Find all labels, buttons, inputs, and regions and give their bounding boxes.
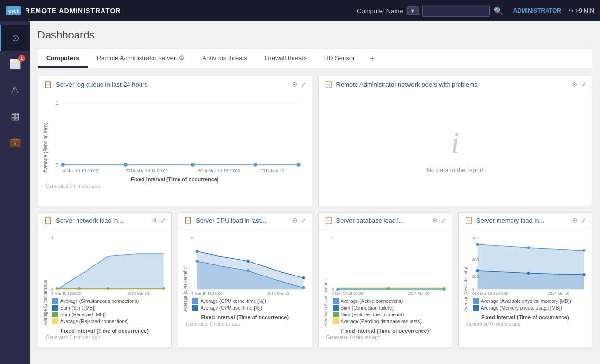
widget-log-expand[interactable]: ⤢ [301,81,306,88]
tab-rdsensor[interactable]: RD Sensor [316,50,364,68]
widget-log-content: Average (Pending logs) 1 0 [38,92,312,195]
svg-point-32 [302,276,305,279]
topbar-search-section: Computer Name ▼ 🔍 [357,5,503,17]
tabs-bar: Computers Remote Administrator server ⚙ … [38,49,592,68]
topbar-title: REMOTE ADMINISTRATOR [25,7,121,14]
widget-network-peers-title: Remote Administrator network peers with … [336,81,569,88]
widget-mem-content: Average (Available phy 600 400 200 0 [459,228,592,333]
svg-text:2014 Mar 10: 2014 Mar 10 [268,291,289,295]
widget-cpu-load: 📋 Server CPU load in last... ⚙ ⤢ Average… [178,212,312,347]
svg-point-56 [582,273,585,276]
widget-cpu-expand[interactable]: ⤢ [301,217,306,224]
widget-log-ylabel: Average (Pending logs) [42,96,49,175]
widget-cpu-settings[interactable]: ⚙ [292,217,298,224]
widget-db-expand[interactable]: ⤢ [441,217,446,224]
widget-peers-actions: ⚙ ⤢ [572,81,586,88]
widget-db-actions: ⚙ ⤢ [432,217,446,224]
widget-cpu-load-title: Server CPU load in last... [196,217,288,224]
tab-computers-label: Computers [46,54,79,62]
widget-network-load-title: Server network load in... [56,217,148,224]
svg-marker-26 [197,251,304,289]
tab-remote-administrator-label: Remote Administrator server [97,54,176,62]
widget-mem-settings[interactable]: ⚙ [572,217,578,224]
svg-point-53 [582,249,585,252]
logo-box: eset [6,6,21,15]
tab-computers[interactable]: Computers [38,50,88,68]
svg-text:'014 Mar 10 13:00:00: '014 Mar 10 13:00:00 [472,291,508,295]
logout-button[interactable]: ↪ >9 MIN [569,7,594,14]
widget-cpu-chart: 0 [189,232,307,295]
widget-netload-chart: 1 0 [49,232,167,295]
widget-db-chart: 1 0 4 Mar 10 13:00:00 2 [329,232,448,295]
widget-mem-expand[interactable]: ⤢ [581,217,586,224]
widget-db-settings[interactable]: ⚙ [432,217,438,224]
widget-db-footer: Fixed interval (Time of occurrence) [322,326,448,335]
widget-netload-legend: Average (Simultaneous connections) Sum (… [52,298,167,324]
widget-db-load-header: 📋 Server database load i... ⚙ ⤢ [319,213,452,228]
widget-cpu-content: Average (CPU kernel ti 0 [178,228,311,333]
svg-point-29 [302,286,305,289]
sidebar-item-reports[interactable]: ▦ [0,103,30,129]
widget-mem-load-title: Server memory load in... [476,217,568,224]
widget-netload-settings[interactable]: ⚙ [152,217,157,224]
widget-netload-actions: ⚙ ⤢ [152,217,166,224]
svg-point-51 [476,243,479,246]
user-label: ADMINISTRATOR [513,7,561,14]
sidebar-item-dashboard[interactable]: ⊙ [0,25,30,51]
tab-firewall[interactable]: Firewall threats [256,50,316,68]
tasks-icon: 💼 [9,136,21,148]
inventory-badge: 1 [18,55,25,62]
widget-icon-peers: 📋 [324,80,332,88]
tab-antivirus-label: Antivirus threats [202,54,247,62]
widget-server-log-queue-title: Server log queue in last 24 hours [56,81,288,88]
widget-log-actions: ⚙ ⤢ [292,81,306,88]
widget-netload-expand[interactable]: ⤢ [160,217,166,224]
widget-network-peers: 📋 Remote Administrator network peers wit… [318,76,593,206]
widget-icon-cpu: 📋 [184,216,192,224]
widget-log-footer: Fixed interval (Time of occurrence) [42,175,308,183]
svg-point-40 [387,287,390,290]
sidebar-item-inventory[interactable]: ⬜ 1 [0,51,30,77]
svg-point-5 [124,163,128,167]
widget-db-generated: Generated 0 minutes ago [322,335,448,343]
svg-point-28 [247,269,250,272]
widget-network-load-header: 📋 Server network load in... ⚙ ⤢ [38,213,171,228]
tab-remote-administrator-gear[interactable]: ⚙ [179,54,185,62]
svg-text:2014 Mar 10 15:00:00: 2014 Mar 10 15:00:00 [198,168,240,173]
widget-netload-generated: Generated 0 minutes ago [42,335,167,343]
sidebar-item-alerts[interactable]: ⚠ [0,77,30,103]
widget-cpu-legend: Average (CPU kernel time [%]) Average (C… [192,298,307,311]
tab-antivirus[interactable]: Antivirus threats [193,50,255,68]
widget-cpu-generated: Generated 0 minutes ago [182,321,307,329]
svg-point-41 [442,287,445,290]
search-button[interactable]: 🔍 [494,6,503,15]
widget-network-load: 📋 Server network load in... ⚙ ⤢ Average … [38,212,172,347]
widget-db-content: Average (Active connec 1 0 [319,228,452,347]
widget-peers-expand[interactable]: ⤢ [581,81,586,88]
svg-point-54 [476,269,479,272]
widget-mem-chart: 600 400 200 0 [469,232,588,295]
search-input[interactable] [422,5,490,17]
tab-firewall-label: Firewall threats [265,54,307,62]
widget-log-settings[interactable]: ⚙ [292,81,298,88]
widget-db-ylabel: Average (Active connec [322,232,329,326]
svg-point-8 [297,163,301,167]
svg-text:0: 0 [191,236,194,240]
widget-peers-settings[interactable]: ⚙ [572,81,578,88]
widget-db-load: 📋 Server database load i... ⚙ ⤢ Average … [318,212,452,347]
widget-server-log-queue: 📋 Server log queue in last 24 hours ⚙ ⤢ … [38,76,312,206]
topbar: eset REMOTE ADMINISTRATOR Computer Name … [0,0,600,21]
widget-db-legend: Average (Active connections) Sum (Connec… [333,298,448,324]
svg-point-30 [196,250,199,253]
widget-netload-content: Average (Simultaneous 1 0 [38,228,171,347]
widget-mem-generated: Generated 0 minutes ago [462,321,588,329]
svg-text:4 Mar 10 13:00:00: 4 Mar 10 13:00:00 [332,291,363,295]
svg-point-52 [527,246,530,249]
svg-marker-16 [57,254,164,289]
svg-text:2014 Mar 10 14:00:00: 2014 Mar 10 14:00:00 [126,168,168,173]
computer-name-dropdown[interactable]: ▼ [407,6,419,15]
tab-rdsensor-label: RD Sensor [324,54,355,62]
sidebar-item-tasks[interactable]: 💼 [0,129,30,155]
tab-remote-administrator[interactable]: Remote Administrator server ⚙ [88,49,194,68]
add-tab-button[interactable]: + [363,50,381,68]
